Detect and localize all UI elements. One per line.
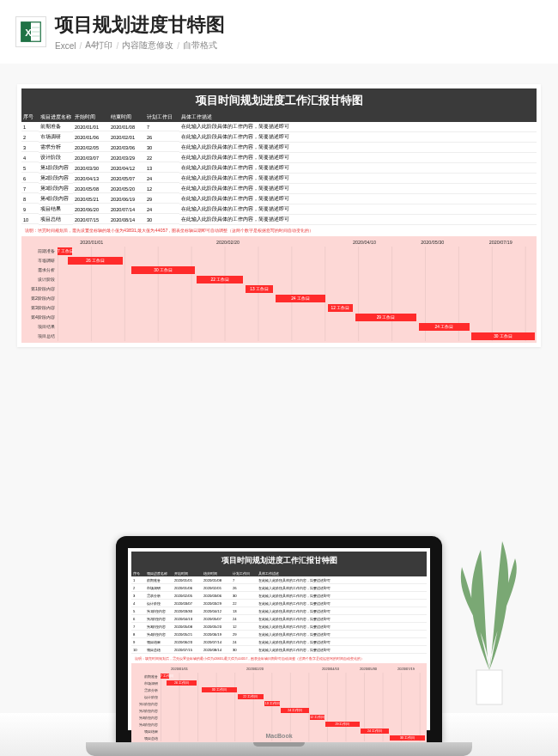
page-header: X 项目规划进度甘特图 Excel/ A4打印/ 内容随意修改/ 自带格式: [0, 0, 558, 64]
gantt-row: 市场调研26 工作日: [133, 680, 425, 686]
gantt-bar: 29 工作日: [355, 314, 416, 321]
gantt-bar: 13 工作日: [264, 701, 280, 706]
gantt-row: 第3阶段内容12 工作日: [23, 303, 535, 313]
gantt-bar: 24 工作日: [276, 295, 326, 302]
excel-icon: X: [15, 16, 46, 47]
gantt-row: 第1阶段内容13 工作日: [23, 284, 535, 294]
col-header: 具体工作描述: [257, 570, 427, 576]
gantt-bar: 29 工作日: [325, 722, 359, 727]
col-header: 结束时间: [109, 113, 145, 122]
gantt-bar: 12 工作日: [310, 715, 324, 720]
table-row: 1前期准备2020/01/012020/01/087在此输入此阶段具体的工作内容…: [21, 122, 537, 132]
table-row: 10项目总结2020/07/152020/08/1430在此输入此阶段具体的工作…: [21, 215, 537, 225]
table-row: 7第3阶段内容2020/05/082020/05/2012在此输入此阶段具体的工…: [21, 184, 537, 194]
gantt-row: 设计阶段22 工作日: [23, 275, 535, 284]
template-subtitle: Excel/ A4打印/ 内容随意修改/ 自带格式: [55, 40, 543, 52]
table-row: 3需求分析2020/02/052020/03/0630在此输入此阶段具体的工作内…: [131, 592, 427, 600]
table-row: 1前期准备2020/01/012020/01/087在此输入此阶段具体的工作内容…: [131, 576, 427, 584]
table-row: 2市场调研2020/01/062020/02/0126在此输入此阶段具体的工作内…: [21, 132, 537, 143]
gantt-bar: 22 工作日: [238, 694, 264, 699]
table-row: 9项目结果2020/06/202020/07/1424在此输入此阶段具体的工作内…: [131, 638, 427, 646]
gantt-bar: 26 工作日: [167, 680, 197, 686]
table-row: 2市场调研2020/01/062020/02/0126在此输入此阶段具体的工作内…: [131, 584, 427, 592]
meta-styled: 自带格式: [183, 40, 217, 52]
svg-rect-6: [476, 670, 502, 704]
col-header: 结束时间: [202, 570, 231, 576]
gantt-row: 第1阶段内容13 工作日: [133, 700, 425, 707]
template-title: 项目规划进度甘特图: [55, 12, 543, 38]
table-row: 7第3阶段内容2020/05/082020/05/2012在此输入此阶段具体的工…: [131, 623, 427, 631]
col-header: 开始时间: [173, 570, 202, 576]
gantt-row: 前期准备7 工作日: [23, 247, 535, 256]
gantt-row: 第3阶段内容12 工作日: [133, 714, 425, 721]
gantt-bar: 22 工作日: [197, 276, 243, 284]
gantt-bar: 30 工作日: [390, 735, 425, 741]
table-row: 6第2阶段内容2020/04/132020/05/0724在此输入此阶段具体的工…: [131, 615, 427, 623]
gantt-axis: 2020/01/012020/02/202020/04/102020/05/30…: [23, 238, 535, 247]
gantt-row: 项目结果24 工作日: [23, 322, 535, 332]
gantt-bar: 30 工作日: [471, 332, 535, 340]
table-row: 5第1阶段内容2020/03/302020/04/1213在此输入此阶段具体的工…: [131, 607, 427, 615]
gantt-chart: 2020/01/012020/02/202020/04/102020/05/30…: [131, 663, 427, 743]
col-header: 计划工作日: [145, 113, 179, 122]
gantt-axis: 2020/01/012020/02/202020/04/102020/05/30…: [133, 665, 425, 673]
table-row: 10项目总结2020/07/152020/08/1430在此输入此阶段具体的工作…: [131, 646, 427, 654]
table-row: 8第4阶段内容2020/05/212020/06/1929在此输入此阶段具体的工…: [21, 194, 537, 204]
gantt-bar: 13 工作日: [246, 285, 273, 293]
gantt-bar: 26 工作日: [68, 257, 123, 265]
gantt-bar: 24 工作日: [419, 323, 470, 331]
gantt-bar: 30 工作日: [131, 266, 195, 274]
gantt-bar: 24 工作日: [361, 729, 389, 734]
gantt-bar: 12 工作日: [328, 304, 353, 312]
gantt-row: 需求分析30 工作日: [133, 686, 425, 693]
sheet-title: 项目时间规划进度工作汇报甘特图: [131, 552, 427, 570]
col-header: 开始时间: [73, 113, 109, 122]
laptop-bezel: 项目时间规划进度工作汇报甘特图序号项目进度名称开始时间结束时间计划工作日具体工作…: [116, 536, 442, 742]
table-row: 9项目结果2020/06/202020/07/1424在此输入此阶段具体的工作内…: [21, 204, 537, 215]
gantt-row: 需求分析30 工作日: [23, 265, 535, 275]
table-row: 8第4阶段内容2020/05/212020/06/1929在此输入此阶段具体的工…: [131, 631, 427, 638]
meta-format: Excel: [55, 41, 76, 51]
note-text: 说明：填完时间规划后，需先设置坐标轴的最小值为43831,最大值为44057，图…: [21, 225, 537, 236]
table-row: 4设计阶段2020/03/072020/03/2922在此输入此阶段具体的工作内…: [21, 153, 537, 163]
gantt-chart: 2020/01/012020/02/202020/04/102020/05/30…: [21, 236, 537, 343]
table-row: 5第1阶段内容2020/03/302020/04/1213在此输入此阶段具体的工…: [21, 163, 537, 174]
preview-card-large: 项目时间规划进度工作汇报甘特图序号项目进度名称开始时间结束时间计划工作日具体工作…: [17, 84, 541, 347]
col-header: 序号: [131, 570, 145, 576]
table-row: 3需求分析2020/02/052020/03/0630在此输入此阶段具体的工作内…: [21, 143, 537, 153]
gantt-bar: 30 工作日: [202, 687, 237, 692]
laptop-mockup: 项目时间规划进度工作汇报甘特图序号项目进度名称开始时间结束时间计划工作日具体工作…: [86, 536, 472, 756]
col-header: 项目进度名称: [145, 570, 173, 576]
table-row: 4设计阶段2020/03/072020/03/2922在此输入此阶段具体的工作内…: [131, 600, 427, 607]
table-header-row: 序号项目进度名称开始时间结束时间计划工作日具体工作描述: [131, 570, 427, 576]
gantt-row: 第2阶段内容24 工作日: [133, 707, 425, 714]
gantt-row: 第4阶段内容29 工作日: [133, 721, 425, 728]
col-header: 序号: [21, 113, 39, 122]
laptop-screen: 项目时间规划进度工作汇报甘特图序号项目进度名称开始时间结束时间计划工作日具体工作…: [128, 548, 430, 730]
gantt-row: 第2阶段内容24 工作日: [23, 294, 535, 303]
gantt-row: 项目总结30 工作日: [23, 332, 535, 341]
gantt-row: 第4阶段内容29 工作日: [23, 313, 535, 322]
note-text: 说明：填完时间规划后，需先设置坐标轴的最小值为43831,最大值为44057，图…: [131, 654, 427, 663]
spreadsheet: 项目时间规划进度工作汇报甘特图序号项目进度名称开始时间结束时间计划工作日具体工作…: [21, 88, 537, 343]
gantt-row: 市场调研26 工作日: [23, 256, 535, 265]
col-header: 计划工作日: [231, 570, 257, 576]
laptop-base: MacBook: [86, 742, 472, 756]
meta-print: A4打印: [85, 40, 112, 52]
laptop-brand-label: MacBook: [265, 733, 292, 739]
laptop-scene: 项目时间规划进度工作汇报甘特图序号项目进度名称开始时间结束时间计划工作日具体工作…: [0, 438, 558, 756]
meta-editable: 内容随意修改: [122, 40, 173, 52]
svg-text:X: X: [25, 27, 32, 38]
sheet-title: 项目时间规划进度工作汇报甘特图: [21, 88, 537, 113]
gantt-bar: 24 工作日: [281, 708, 309, 713]
gantt-row: 设计阶段22 工作日: [133, 693, 425, 700]
table-row: 6第2阶段内容2020/04/132020/05/0724在此输入此阶段具体的工…: [21, 174, 537, 184]
gantt-bar: 7 工作日: [161, 674, 169, 679]
table-header-row: 序号项目进度名称开始时间结束时间计划工作日具体工作描述: [21, 113, 537, 122]
col-header: 项目进度名称: [39, 113, 73, 122]
gantt-bar: 7 工作日: [58, 247, 72, 255]
gantt-row: 前期准备7 工作日: [133, 673, 425, 680]
col-header: 具体工作描述: [179, 113, 537, 122]
